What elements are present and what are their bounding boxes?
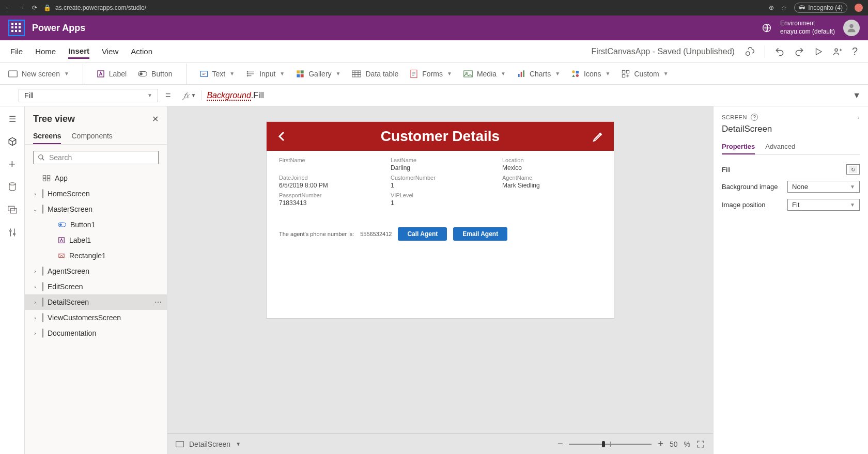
tree-item-label1[interactable]: Label1	[25, 232, 167, 248]
edit-icon[interactable]	[592, 130, 605, 143]
fx-button[interactable]: 𝑓𝑥▼	[178, 91, 202, 100]
zoom-out-icon[interactable]: −	[557, 439, 563, 449]
more-icon[interactable]: ⋯	[154, 298, 162, 306]
custom-button[interactable]: Custom ▼	[622, 70, 668, 78]
call-agent-button[interactable]: Call Agent	[398, 227, 447, 241]
text-button[interactable]: Text ▼	[200, 70, 235, 78]
tree-item-rectangle1[interactable]: Rectangle1	[25, 248, 167, 263]
tree-item-masterscreen[interactable]: ⌄MasterScreen	[25, 201, 167, 217]
share-icon[interactable]	[832, 46, 843, 57]
tree-search-input[interactable]: Search	[33, 151, 159, 164]
bookmark-icon[interactable]: ☆	[781, 4, 787, 11]
forms-button[interactable]: Forms ▼	[410, 69, 452, 79]
chevron-down-icon: ▼	[850, 202, 855, 208]
hamburger-icon[interactable]: ☰	[6, 113, 19, 125]
svg-point-33	[13, 233, 15, 235]
data-table-button[interactable]: Data table	[352, 70, 398, 78]
media-rail-icon[interactable]	[6, 203, 19, 216]
expand-icon[interactable]: ⌄	[32, 207, 38, 212]
tree-item-documentation[interactable]: ›Documentation	[25, 325, 167, 341]
profile-dot-icon[interactable]	[855, 4, 863, 12]
property-selector[interactable]: Fill ▼	[19, 89, 158, 102]
save-status: FirstCanvasApp - Saved (Unpublished)	[591, 47, 734, 56]
tree-item-homescreen[interactable]: ›HomeScreen	[25, 186, 167, 201]
tree-item-viewcustomersscreen[interactable]: ›ViewCustomersScreen	[25, 310, 167, 325]
fit-screen-icon[interactable]	[696, 440, 705, 448]
field-customernumber: CustomerNumber1	[391, 175, 490, 189]
tree-tab-components[interactable]: Components	[71, 129, 112, 144]
chevron-down-icon[interactable]: ▼	[236, 441, 241, 447]
color-picker[interactable]	[846, 164, 860, 175]
chevron-right-icon[interactable]: ›	[858, 114, 860, 120]
gallery-button[interactable]: Gallery ▼	[296, 70, 340, 78]
svg-rect-26	[623, 70, 625, 73]
input-button[interactable]: Input ▼	[246, 70, 285, 78]
svg-point-3	[835, 49, 838, 51]
formula-expand-icon[interactable]: ▼	[845, 91, 868, 100]
charts-button[interactable]: Charts ▼	[517, 70, 560, 78]
menu-home[interactable]: Home	[35, 45, 56, 58]
field-value	[279, 164, 378, 171]
expand-icon[interactable]: ›	[32, 315, 38, 321]
back-icon[interactable]: ←	[5, 4, 11, 11]
field-agentname: AgentNameMark Siedling	[502, 175, 601, 189]
zoom-icon[interactable]: ⊕	[769, 4, 774, 11]
data-table-label: Data table	[365, 70, 398, 78]
prop-tab-advanced[interactable]: Advanced	[765, 139, 795, 154]
tree-view-icon[interactable]	[6, 135, 19, 148]
screen-icon	[42, 267, 43, 275]
background-image-select[interactable]: None▼	[787, 181, 860, 193]
tree-item-button1[interactable]: Button1	[25, 217, 167, 232]
reload-icon[interactable]: ⟳	[32, 4, 37, 11]
tree-item-app[interactable]: App	[25, 170, 167, 186]
image-position-select[interactable]: Fit▼	[787, 199, 860, 211]
svg-rect-35	[43, 176, 45, 178]
prop-tab-properties[interactable]: Properties	[722, 139, 755, 154]
canvas-frame[interactable]: Customer Details FirstNameLastNameDarlin…	[267, 122, 614, 318]
tree-item-editscreen[interactable]: ›EditScreen	[25, 279, 167, 294]
svg-rect-37	[43, 179, 45, 181]
label-button[interactable]: Label	[97, 70, 127, 78]
environment-picker[interactable]: Environment enayu.com (default)	[780, 20, 835, 36]
close-icon[interactable]: ✕	[152, 114, 159, 124]
divider	[765, 45, 765, 58]
menu-file[interactable]: File	[10, 45, 23, 58]
undo-icon[interactable]	[774, 46, 785, 57]
data-icon[interactable]	[6, 181, 19, 193]
expand-icon[interactable]: ›	[32, 300, 38, 305]
back-arrow-icon[interactable]	[276, 130, 288, 143]
forward-icon[interactable]: →	[19, 4, 25, 11]
tree-item-detailscreen[interactable]: ›DetailScreen⋯	[25, 294, 167, 310]
expand-icon[interactable]: ›	[32, 269, 38, 274]
menu-insert[interactable]: Insert	[68, 44, 89, 59]
new-screen-button[interactable]: New screen ▼	[8, 70, 69, 78]
email-agent-button[interactable]: Email Agent	[453, 227, 507, 241]
url-text: as.create.powerapps.com/studio/	[55, 4, 146, 11]
help-icon[interactable]: ?	[852, 45, 858, 57]
advanced-icon[interactable]	[6, 226, 19, 239]
checker-icon[interactable]	[744, 46, 755, 57]
tree-tab-screens[interactable]: Screens	[33, 129, 61, 144]
profile-avatar[interactable]	[843, 20, 860, 36]
tree-item-agentscreen[interactable]: ›AgentScreen	[25, 263, 167, 279]
icons-button[interactable]: Icons ▼	[571, 70, 610, 78]
play-icon[interactable]	[814, 47, 823, 56]
info-icon[interactable]: ?	[751, 114, 758, 121]
media-button[interactable]: Media ▼	[463, 70, 506, 78]
app-launcher-button[interactable]	[8, 20, 25, 36]
insert-icon[interactable]: +	[6, 158, 19, 170]
label-label: Label	[109, 70, 127, 78]
formula-input[interactable]: Background.Fill	[201, 90, 845, 100]
expand-icon[interactable]: ›	[32, 331, 38, 336]
button-button[interactable]: Button	[138, 70, 172, 78]
menu-action[interactable]: Action	[131, 45, 152, 58]
chevron-down-icon: ▼	[663, 71, 669, 76]
menu-view[interactable]: View	[102, 45, 118, 58]
expand-icon[interactable]: ›	[32, 284, 38, 290]
zoom-in-icon[interactable]: +	[658, 439, 663, 449]
canvas-status-name[interactable]: DetailScreen	[189, 440, 230, 448]
zoom-slider[interactable]	[569, 444, 652, 445]
svg-rect-24	[576, 71, 579, 73]
redo-icon[interactable]	[794, 46, 804, 57]
expand-icon[interactable]: ›	[32, 191, 38, 197]
